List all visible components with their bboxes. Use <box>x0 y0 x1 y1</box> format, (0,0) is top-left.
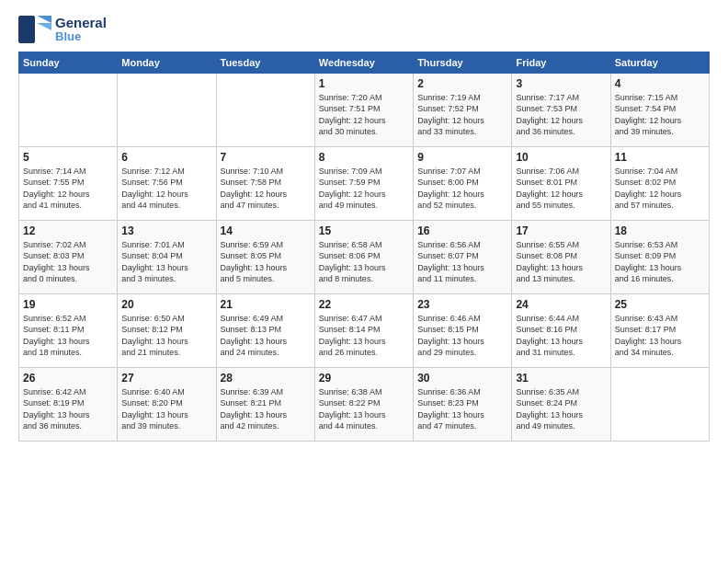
day-info: Sunrise: 7:09 AM Sunset: 7:59 PM Dayligh… <box>319 166 409 212</box>
day-header-sunday: Sunday <box>19 52 118 73</box>
day-info: Sunrise: 6:50 AM Sunset: 8:12 PM Dayligh… <box>121 313 211 359</box>
day-cell: 25Sunrise: 6:43 AM Sunset: 8:17 PM Dayli… <box>610 293 709 367</box>
day-cell: 5Sunrise: 7:14 AM Sunset: 7:55 PM Daylig… <box>19 146 118 220</box>
day-info: Sunrise: 7:02 AM Sunset: 8:03 PM Dayligh… <box>23 239 113 285</box>
day-info: Sunrise: 6:43 AM Sunset: 8:17 PM Dayligh… <box>615 313 705 359</box>
day-info: Sunrise: 7:10 AM Sunset: 7:58 PM Dayligh… <box>221 166 311 212</box>
day-number: 11 <box>615 151 705 164</box>
svg-rect-0 <box>18 16 35 43</box>
day-cell: 20Sunrise: 6:50 AM Sunset: 8:12 PM Dayli… <box>118 293 216 367</box>
day-number: 16 <box>417 224 507 237</box>
calendar-table: SundayMondayTuesdayWednesdayThursdayFrid… <box>18 52 710 442</box>
day-cell: 16Sunrise: 6:56 AM Sunset: 8:07 PM Dayli… <box>414 220 512 293</box>
day-cell: 6Sunrise: 7:12 AM Sunset: 7:56 PM Daylig… <box>118 146 216 220</box>
day-number: 7 <box>221 151 311 164</box>
day-number: 6 <box>121 151 211 164</box>
day-cell: 19Sunrise: 6:52 AM Sunset: 8:11 PM Dayli… <box>19 293 118 367</box>
day-info: Sunrise: 7:17 AM Sunset: 7:53 PM Dayligh… <box>516 92 606 138</box>
header-row: SundayMondayTuesdayWednesdayThursdayFrid… <box>19 52 710 73</box>
day-cell: 17Sunrise: 6:55 AM Sunset: 8:08 PM Dayli… <box>512 220 610 293</box>
day-info: Sunrise: 6:38 AM Sunset: 8:22 PM Dayligh… <box>319 386 409 432</box>
day-number: 2 <box>417 77 507 90</box>
day-number: 20 <box>121 298 211 311</box>
logo-icon <box>18 16 51 43</box>
day-cell: 18Sunrise: 6:53 AM Sunset: 8:09 PM Dayli… <box>610 220 709 293</box>
day-number: 29 <box>319 372 409 385</box>
day-cell <box>610 367 709 441</box>
day-info: Sunrise: 6:49 AM Sunset: 8:13 PM Dayligh… <box>221 313 311 359</box>
day-info: Sunrise: 6:58 AM Sunset: 8:06 PM Dayligh… <box>319 239 409 285</box>
week-row-1: 1Sunrise: 7:20 AM Sunset: 7:51 PM Daylig… <box>19 73 710 146</box>
day-header-saturday: Saturday <box>610 52 709 73</box>
day-info: Sunrise: 7:01 AM Sunset: 8:04 PM Dayligh… <box>121 239 211 285</box>
day-cell: 28Sunrise: 6:39 AM Sunset: 8:21 PM Dayli… <box>216 367 314 441</box>
day-number: 1 <box>319 77 409 90</box>
day-number: 10 <box>516 151 606 164</box>
week-row-5: 26Sunrise: 6:42 AM Sunset: 8:19 PM Dayli… <box>19 367 710 441</box>
day-cell: 27Sunrise: 6:40 AM Sunset: 8:20 PM Dayli… <box>118 367 216 441</box>
day-cell <box>118 73 216 146</box>
svg-marker-2 <box>37 23 51 30</box>
day-number: 12 <box>23 224 113 237</box>
day-cell: 21Sunrise: 6:49 AM Sunset: 8:13 PM Dayli… <box>216 293 314 367</box>
day-header-monday: Monday <box>118 52 216 73</box>
day-cell: 14Sunrise: 6:59 AM Sunset: 8:05 PM Dayli… <box>216 220 314 293</box>
day-number: 8 <box>319 151 409 164</box>
day-header-wednesday: Wednesday <box>314 52 413 73</box>
day-number: 14 <box>221 224 311 237</box>
day-cell: 1Sunrise: 7:20 AM Sunset: 7:51 PM Daylig… <box>314 73 413 146</box>
week-row-2: 5Sunrise: 7:14 AM Sunset: 7:55 PM Daylig… <box>19 146 710 220</box>
day-cell: 9Sunrise: 7:07 AM Sunset: 8:00 PM Daylig… <box>414 146 512 220</box>
day-info: Sunrise: 6:53 AM Sunset: 8:09 PM Dayligh… <box>615 239 705 285</box>
day-cell: 26Sunrise: 6:42 AM Sunset: 8:19 PM Dayli… <box>19 367 118 441</box>
page-header: General Blue <box>18 15 710 44</box>
day-number: 22 <box>319 298 409 311</box>
day-cell: 31Sunrise: 6:35 AM Sunset: 8:24 PM Dayli… <box>512 367 610 441</box>
day-number: 28 <box>221 372 311 385</box>
day-number: 15 <box>319 224 409 237</box>
day-info: Sunrise: 7:12 AM Sunset: 7:56 PM Dayligh… <box>121 166 211 212</box>
logo: General Blue <box>18 15 107 44</box>
day-info: Sunrise: 6:46 AM Sunset: 8:15 PM Dayligh… <box>417 313 507 359</box>
day-cell: 4Sunrise: 7:15 AM Sunset: 7:54 PM Daylig… <box>610 73 709 146</box>
calendar-page: General Blue SundayMondayTuesdayWednesda… <box>0 0 728 563</box>
day-header-thursday: Thursday <box>414 52 512 73</box>
week-row-4: 19Sunrise: 6:52 AM Sunset: 8:11 PM Dayli… <box>19 293 710 367</box>
day-number: 13 <box>121 224 211 237</box>
day-info: Sunrise: 6:59 AM Sunset: 8:05 PM Dayligh… <box>221 239 311 285</box>
day-number: 17 <box>516 224 606 237</box>
day-cell: 29Sunrise: 6:38 AM Sunset: 8:22 PM Dayli… <box>314 367 413 441</box>
day-info: Sunrise: 7:14 AM Sunset: 7:55 PM Dayligh… <box>23 166 113 212</box>
day-info: Sunrise: 6:56 AM Sunset: 8:07 PM Dayligh… <box>417 239 507 285</box>
day-cell: 12Sunrise: 7:02 AM Sunset: 8:03 PM Dayli… <box>19 220 118 293</box>
day-cell: 30Sunrise: 6:36 AM Sunset: 8:23 PM Dayli… <box>414 367 512 441</box>
day-cell <box>216 73 314 146</box>
day-info: Sunrise: 7:15 AM Sunset: 7:54 PM Dayligh… <box>615 92 705 138</box>
day-info: Sunrise: 7:20 AM Sunset: 7:51 PM Dayligh… <box>319 92 409 138</box>
day-number: 23 <box>417 298 507 311</box>
day-info: Sunrise: 7:19 AM Sunset: 7:52 PM Dayligh… <box>417 92 507 138</box>
day-info: Sunrise: 6:44 AM Sunset: 8:16 PM Dayligh… <box>516 313 606 359</box>
day-number: 4 <box>615 77 705 90</box>
svg-marker-1 <box>37 16 51 23</box>
day-cell: 7Sunrise: 7:10 AM Sunset: 7:58 PM Daylig… <box>216 146 314 220</box>
day-cell <box>19 73 118 146</box>
day-cell: 8Sunrise: 7:09 AM Sunset: 7:59 PM Daylig… <box>314 146 413 220</box>
day-number: 24 <box>516 298 606 311</box>
day-cell: 11Sunrise: 7:04 AM Sunset: 8:02 PM Dayli… <box>610 146 709 220</box>
day-number: 9 <box>417 151 507 164</box>
day-info: Sunrise: 6:35 AM Sunset: 8:24 PM Dayligh… <box>516 386 606 432</box>
day-cell: 15Sunrise: 6:58 AM Sunset: 8:06 PM Dayli… <box>314 220 413 293</box>
day-number: 19 <box>23 298 113 311</box>
day-number: 27 <box>121 372 211 385</box>
day-cell: 22Sunrise: 6:47 AM Sunset: 8:14 PM Dayli… <box>314 293 413 367</box>
day-header-tuesday: Tuesday <box>216 52 314 73</box>
day-number: 21 <box>221 298 311 311</box>
day-cell: 24Sunrise: 6:44 AM Sunset: 8:16 PM Dayli… <box>512 293 610 367</box>
day-info: Sunrise: 7:06 AM Sunset: 8:01 PM Dayligh… <box>516 166 606 212</box>
day-info: Sunrise: 7:07 AM Sunset: 8:00 PM Dayligh… <box>417 166 507 212</box>
day-number: 5 <box>23 151 113 164</box>
day-number: 26 <box>23 372 113 385</box>
day-number: 31 <box>516 372 606 385</box>
day-info: Sunrise: 7:04 AM Sunset: 8:02 PM Dayligh… <box>615 166 705 212</box>
